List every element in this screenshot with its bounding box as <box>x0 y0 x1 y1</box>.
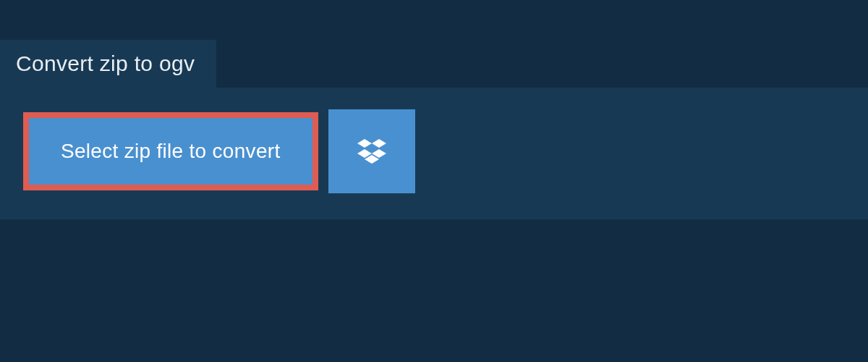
select-file-label: Select zip file to convert <box>61 140 281 163</box>
dropbox-icon <box>357 136 386 167</box>
tab-bar: Convert zip to ogv <box>0 0 868 88</box>
dropbox-button[interactable] <box>328 109 415 193</box>
tab-convert[interactable]: Convert zip to ogv <box>0 40 216 88</box>
upload-panel: Select zip file to convert <box>0 88 868 219</box>
tab-label: Convert zip to ogv <box>16 51 195 75</box>
select-file-button[interactable]: Select zip file to convert <box>23 112 318 190</box>
